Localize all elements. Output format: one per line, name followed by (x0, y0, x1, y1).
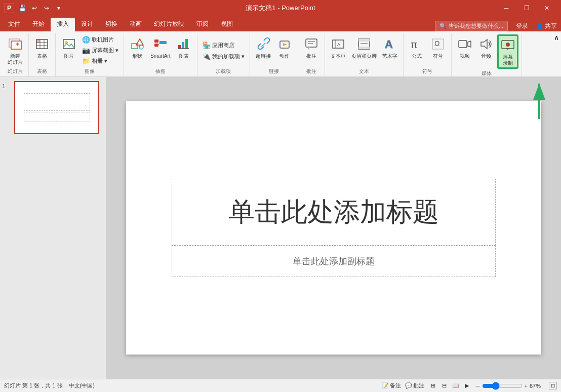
zoom-level[interactable]: 67% (530, 383, 545, 389)
online-pic-btn[interactable]: 🌐 联机图片 (80, 34, 121, 45)
group-text: A 文本框 页眉和页脚 AA 艺术字 文本 (325, 33, 404, 76)
fit-window-btn[interactable]: ⊡ (549, 382, 557, 389)
group-text-label: 文本 (328, 67, 400, 76)
svg-rect-29 (306, 39, 317, 47)
textbox-btn[interactable]: A 文本框 (328, 34, 348, 61)
header-footer-btn[interactable]: 页眉和页脚 (349, 34, 379, 61)
slide-subtitle-text: 单击此处添加副标题 (182, 255, 485, 267)
zoom-in-btn[interactable]: + (525, 383, 528, 389)
svg-point-50 (507, 44, 509, 46)
slide-thumbnail[interactable] (14, 81, 99, 134)
new-slide-label: 新建幻灯片 (8, 53, 23, 65)
album-btn[interactable]: 📁 相册 ▾ (80, 56, 121, 66)
slideshow-btn[interactable]: ▶ (462, 381, 472, 390)
table-label: 表格 (37, 53, 47, 59)
comment-icon (303, 36, 319, 52)
group-media: 视频 音频 屏幕录制 媒体 (452, 33, 522, 76)
slide-subtitle-placeholder[interactable]: 单击此处添加副标题 (172, 246, 496, 277)
reading-view-btn[interactable]: 📖 (451, 381, 461, 390)
restore-btn[interactable]: ❐ (516, 0, 537, 16)
normal-view-btn[interactable]: ⊞ (428, 381, 438, 390)
group-links-label: 链接 (253, 67, 295, 76)
shapes-label: 形状 (132, 53, 142, 59)
group-illustration-label: 插图 (127, 67, 193, 76)
tab-view[interactable]: 视图 (215, 18, 239, 31)
tab-design[interactable]: 设计 (75, 18, 99, 31)
svg-line-21 (158, 43, 159, 45)
search-icon: 🔍 (439, 23, 447, 29)
svg-text:Ω: Ω (434, 40, 439, 48)
ribbon-collapse-btn[interactable]: ∧ (554, 33, 559, 42)
zoom-slider[interactable] (482, 382, 523, 390)
new-slide-btn[interactable]: 新建幻灯片 (5, 34, 25, 67)
my-addins-icon: 🔌 (203, 52, 211, 60)
tab-file[interactable]: 文件 (2, 18, 26, 31)
wordart-label: 艺术字 (382, 53, 397, 59)
textbox-icon: A (330, 36, 346, 52)
tab-insert[interactable]: 插入 (51, 18, 75, 31)
slide-title-placeholder[interactable]: 单击此处添加标题 (172, 179, 496, 246)
notes-btn[interactable]: 📝 备注 (382, 382, 401, 389)
smartart-label: SmartArt (150, 53, 170, 59)
svg-rect-22 (178, 45, 181, 49)
table-icon (34, 36, 50, 52)
redo-quick-btn[interactable]: ↪ (42, 3, 52, 13)
svg-rect-23 (182, 42, 184, 49)
tab-slideshow[interactable]: 幻灯片放映 (148, 18, 190, 31)
group-image-label: 图像 (59, 67, 121, 76)
symbol-btn[interactable]: Ω 符号 (428, 34, 448, 61)
video-btn[interactable]: 视频 (455, 34, 475, 61)
formula-btn[interactable]: π 公式 (407, 34, 427, 61)
tab-review[interactable]: 审阅 (190, 18, 215, 31)
action-label: 动作 (279, 53, 290, 59)
smartart-btn[interactable]: SmartArt (148, 34, 172, 61)
screenshot-icon: 📷 (82, 46, 90, 54)
my-addins-btn[interactable]: 🔌 我的加载项 ▾ (201, 51, 247, 61)
audio-btn[interactable]: 音频 (476, 34, 496, 61)
tab-home[interactable]: 开始 (26, 18, 51, 31)
comments-btn[interactable]: 💬 批注 (405, 382, 424, 389)
video-label: 视频 (460, 53, 470, 59)
album-label: 相册 ▾ (92, 57, 107, 65)
comment-btn[interactable]: 批注 (301, 34, 322, 61)
picture-label: 图片 (64, 53, 74, 59)
save-quick-btn[interactable]: 💾 (17, 3, 27, 13)
group-image: 图片 🌐 联机图片 📷 屏幕截图 ▾ 📁 相册 ▾ 图像 (56, 33, 124, 76)
screen-record-btn[interactable]: 屏幕录制 (497, 34, 518, 69)
minimize-btn[interactable]: ─ (496, 0, 516, 16)
group-table: 表格 表格 (29, 33, 56, 76)
zoom-out-btn[interactable]: ─ (476, 383, 480, 389)
slide-canvas[interactable]: 单击此处添加标题 单击此处添加副标题 (126, 101, 541, 355)
app-icon: P (4, 3, 14, 13)
online-pic-icon: 🌐 (82, 35, 90, 44)
customize-quick-btn[interactable]: ▾ (54, 3, 64, 13)
search-box[interactable]: 🔍 告诉我您想要做什么... (435, 21, 508, 31)
undo-quick-btn[interactable]: ↩ (29, 3, 39, 13)
action-btn[interactable]: 动作 (274, 34, 295, 61)
appstore-btn[interactable]: 🏪 应用商店 (201, 40, 247, 50)
tab-animations[interactable]: 动画 (124, 18, 148, 31)
wordart-icon: AA (382, 36, 398, 52)
shapes-btn[interactable]: 形状 (127, 34, 147, 61)
share-icon: 👤 (536, 23, 544, 30)
symbol-label: 符号 (433, 53, 443, 59)
tab-transitions[interactable]: 切换 (99, 18, 124, 31)
login-btn[interactable]: 登录 (512, 21, 532, 31)
svg-marker-15 (136, 39, 143, 45)
svg-rect-12 (63, 40, 74, 49)
smartart-icon (152, 36, 169, 52)
hyperlink-btn[interactable]: 超链接 (253, 34, 273, 61)
audio-icon (478, 36, 494, 52)
window-controls: ─ ❐ ✕ (496, 0, 557, 16)
share-btn[interactable]: 👤 共享 (536, 22, 557, 30)
svg-rect-37 (358, 39, 370, 42)
picture-btn[interactable]: 图片 (59, 34, 79, 61)
slide-sorter-btn[interactable]: ⊟ (439, 381, 450, 390)
screenshot-btn[interactable]: 📷 屏幕截图 ▾ (80, 45, 121, 55)
table-btn[interactable]: 表格 (32, 34, 52, 61)
wordart-btn[interactable]: AA 艺术字 (380, 34, 400, 61)
formula-icon: π (409, 36, 425, 52)
chart-btn[interactable]: 图表 (174, 34, 194, 61)
close-btn[interactable]: ✕ (537, 0, 557, 16)
group-illustration: 形状 SmartArt 图表 插图 (124, 33, 197, 76)
